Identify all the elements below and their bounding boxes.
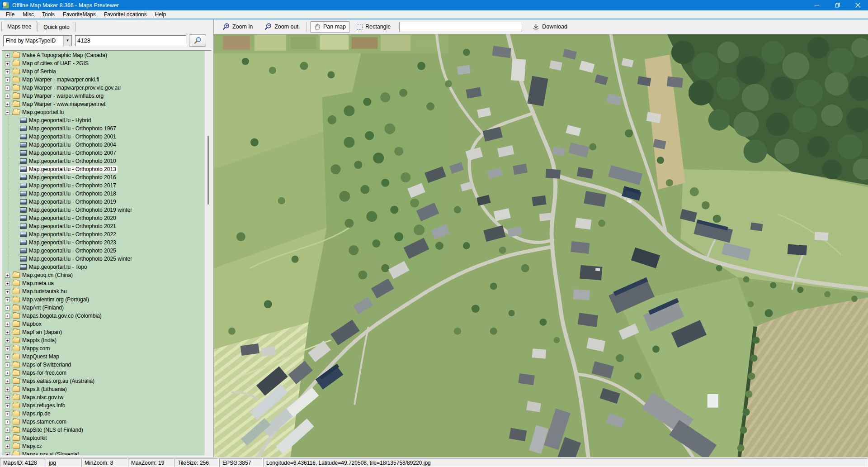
expand-plus-icon[interactable]: + (5, 102, 10, 107)
expand-plus-icon[interactable]: + (5, 69, 10, 74)
tree-item[interactable]: Map.geoportail.lu - Orthophoto 2010 (2, 157, 204, 165)
expand-plus-icon[interactable]: + (5, 403, 10, 408)
tree-item[interactable]: Map.geoportail.lu - Orthophoto 2016 (2, 173, 204, 181)
tree-scrollbar-thumb[interactable] (208, 136, 209, 205)
expand-plus-icon[interactable]: + (5, 371, 10, 376)
expand-plus-icon[interactable]: + (5, 314, 10, 319)
aerial-map-image[interactable] (214, 34, 868, 457)
tree-item[interactable]: +Map Warper - warper.wmflabs.org (2, 92, 204, 100)
rectangle-button[interactable]: Rectangle (353, 21, 395, 32)
tab-quick-goto[interactable]: Quick goto (38, 22, 75, 32)
expand-plus-icon[interactable]: + (5, 395, 10, 400)
tree-item[interactable]: Map.geoportail.lu - Orthophoto 2020 (2, 214, 204, 222)
expand-plus-icon[interactable]: + (5, 362, 10, 367)
tab-maps-tree[interactable]: Maps tree (1, 21, 37, 31)
tree-item[interactable]: +Map.geoq.cn (China) (2, 271, 204, 279)
tree-item[interactable]: Map.geoportail.lu - Orthophoto 1967 (2, 124, 204, 133)
tree-item[interactable]: Map.geoportail.lu - Orthophoto 2025 (2, 247, 204, 255)
tree-item[interactable]: +Map of cities of UAE - 2GIS (2, 59, 204, 67)
chevron-down-icon[interactable]: ▼ (63, 36, 71, 46)
expand-plus-icon[interactable]: + (5, 428, 10, 433)
menu-item-file[interactable]: File (2, 10, 19, 19)
expand-plus-icon[interactable]: + (5, 322, 10, 327)
expand-plus-icon[interactable]: + (5, 61, 10, 66)
tree-item[interactable]: +Maps.lt (Lithuania) (2, 385, 204, 393)
tree-item[interactable]: +Map of Serbia (2, 67, 204, 76)
restore-button[interactable] (827, 0, 848, 10)
find-mode-combobox[interactable]: Find by MapsTypeID ▼ (3, 35, 72, 46)
expand-plus-icon[interactable]: + (5, 289, 10, 294)
tree-item[interactable]: +MapFan (Japan) (2, 328, 204, 336)
expand-plus-icon[interactable]: + (5, 379, 10, 384)
tree-scrollbar[interactable] (204, 51, 211, 455)
menu-item-tools[interactable]: Tools (38, 10, 59, 19)
expand-plus-icon[interactable]: + (5, 411, 10, 416)
search-input[interactable] (75, 35, 186, 46)
tree-item[interactable]: Map.geoportail.lu - Orthophoto 2025 wint… (2, 255, 204, 263)
tree-item[interactable]: Map.geoportail.lu - Topo (2, 263, 204, 271)
tree-item[interactable]: Map.geoportail.lu - Orthophoto 2023 (2, 238, 204, 247)
expand-plus-icon[interactable]: + (5, 436, 10, 441)
tree-item[interactable]: Map.geoportail.lu - Orthophoto 2019 (2, 198, 204, 206)
tree-item[interactable]: +Mapy.cz (2, 442, 204, 450)
expand-plus-icon[interactable]: + (5, 330, 10, 335)
tree-item[interactable]: +Map.turistautak.hu (2, 287, 204, 295)
tree-item[interactable]: +Maptoolkit (2, 434, 204, 442)
tree-item[interactable]: +Map.meta.ua (2, 279, 204, 287)
close-button[interactable] (848, 0, 868, 10)
expand-plus-icon[interactable]: + (5, 444, 10, 449)
tree-item[interactable]: +Mappy.com (2, 344, 204, 353)
expand-plus-icon[interactable]: + (5, 305, 10, 310)
expand-plus-icon[interactable]: + (5, 281, 10, 286)
tree-item[interactable]: +Make A Topographic Map (Canada) (2, 51, 204, 59)
tree-item[interactable]: +Map Warper - mapwarper.prov.vic.gov.au (2, 84, 204, 92)
tree-item[interactable]: +Maps.rlp.de (2, 410, 204, 418)
expand-plus-icon[interactable]: + (5, 77, 10, 82)
expand-plus-icon[interactable]: + (5, 53, 10, 58)
tree-item[interactable]: Map.geoportail.lu - Orthophoto 2007 (2, 149, 204, 157)
tree-item[interactable]: +MapQuest Map (2, 353, 204, 361)
expand-plus-icon[interactable]: + (5, 338, 10, 343)
tree-item[interactable]: +Maps-for-free.com (2, 369, 204, 377)
tree-item[interactable]: +Maps.eatlas.org.au (Australia) (2, 377, 204, 385)
expand-plus-icon[interactable]: + (5, 346, 10, 351)
zoom-out-button[interactable]: Zoom out (260, 21, 302, 33)
tree-item[interactable]: +Maps.stamen.com (2, 418, 204, 426)
menu-item-help[interactable]: Help (151, 10, 170, 19)
tree-item[interactable]: +MapAnt (Finland) (2, 304, 204, 312)
tree-item[interactable]: +Map Warper - www.mapwarper.net (2, 100, 204, 108)
tree-item[interactable]: +Maps of Switzerland (2, 361, 204, 369)
tree-item[interactable]: Map.geoportail.lu - Orthophoto 2021 (2, 222, 204, 230)
expand-plus-icon[interactable]: + (5, 387, 10, 392)
tree-item[interactable]: +Map.valentim.org (Portugal) (2, 295, 204, 304)
map-viewport[interactable] (214, 34, 868, 457)
search-button[interactable] (189, 34, 206, 47)
tree-item[interactable]: −Map.geoportail.lu (2, 108, 204, 116)
menu-item-favoritelocations[interactable]: FavoriteLocations (100, 10, 151, 19)
toolbar-input[interactable] (399, 22, 522, 32)
tree-item[interactable]: +Maps.refuges.info (2, 401, 204, 410)
tree-item[interactable]: Map.geoportail.lu - Orthophoto 2018 (2, 190, 204, 198)
tree-item[interactable]: +MapSite (NLS of Finland) (2, 426, 204, 434)
tree-item[interactable]: Map.geoportail.lu - Orthophoto 2017 (2, 181, 204, 190)
expand-plus-icon[interactable]: + (5, 86, 10, 91)
tree-item[interactable]: Map.geoportail.lu - Hybrid (2, 116, 204, 124)
download-button[interactable]: Download (528, 21, 571, 33)
tree-item[interactable]: Map.geoportail.lu - Orthophoto 2022 (2, 230, 204, 238)
collapse-minus-icon[interactable]: − (5, 110, 10, 115)
expand-plus-icon[interactable]: + (5, 452, 10, 456)
zoom-in-button[interactable]: Zoom in (218, 21, 257, 33)
menu-item-favoritemaps[interactable]: FavoriteMaps (59, 10, 100, 19)
tree-item[interactable]: +Maps.nlsc.gov.tw (2, 393, 204, 401)
tree-item[interactable]: Map.geoportail.lu - Orthophoto 2004 (2, 141, 204, 149)
tree-item[interactable]: +Map Warper - mapwarper.onki.fi (2, 76, 204, 84)
expand-plus-icon[interactable]: + (5, 273, 10, 278)
tree-item[interactable]: +Mapas.bogota.gov.co (Colombia) (2, 312, 204, 320)
tree-item[interactable]: +Mappls (India) (2, 336, 204, 344)
tree-item[interactable]: Map.geoportail.lu - Orthophoto 2013 (2, 165, 204, 173)
minimize-button[interactable] (807, 0, 827, 10)
tree-item[interactable]: +Mapbox (2, 320, 204, 328)
expand-plus-icon[interactable]: + (5, 354, 10, 359)
expand-plus-icon[interactable]: + (5, 297, 10, 302)
tree-item[interactable]: Map.geoportail.lu - Orthophoto 2019 wint… (2, 206, 204, 214)
